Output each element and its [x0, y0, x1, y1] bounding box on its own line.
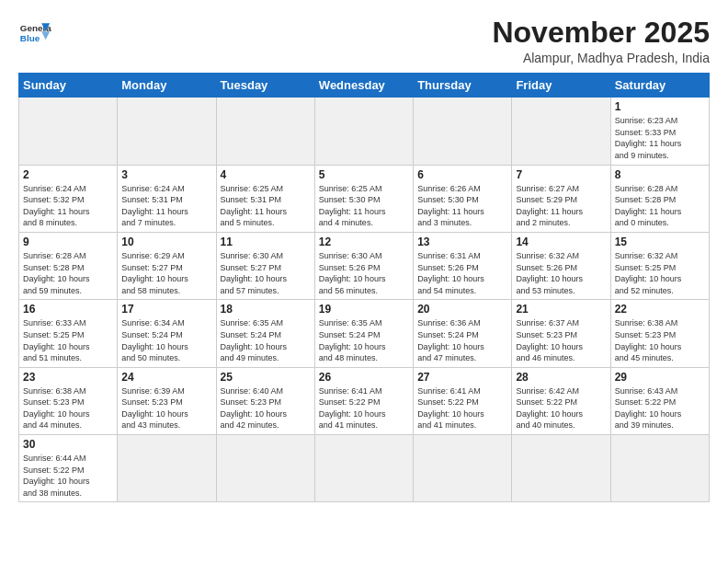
day-info: Sunrise: 6:38 AMSunset: 5:23 PMDaylight:…: [615, 317, 705, 363]
day-info: Sunrise: 6:26 AMSunset: 5:30 PMDaylight:…: [417, 183, 507, 229]
col-tuesday: Tuesday: [216, 74, 314, 98]
day-number: 16: [23, 303, 113, 316]
calendar-cell: 9Sunrise: 6:28 AMSunset: 5:28 PMDaylight…: [19, 232, 118, 299]
day-number: 14: [516, 236, 606, 248]
day-info: Sunrise: 6:35 AMSunset: 5:24 PMDaylight:…: [319, 317, 409, 363]
location: Alampur, Madhya Pradesh, India: [492, 51, 710, 65]
day-info: Sunrise: 6:37 AMSunset: 5:23 PMDaylight:…: [516, 317, 606, 363]
day-number: 12: [319, 236, 409, 248]
day-info: Sunrise: 6:41 AMSunset: 5:22 PMDaylight:…: [417, 385, 507, 431]
day-info: Sunrise: 6:34 AMSunset: 5:24 PMDaylight:…: [121, 317, 211, 363]
calendar-cell: 19Sunrise: 6:35 AMSunset: 5:24 PMDayligh…: [314, 300, 413, 367]
calendar-cell: 14Sunrise: 6:32 AMSunset: 5:26 PMDayligh…: [512, 232, 610, 299]
calendar-cell: [610, 435, 709, 502]
calendar-cell: 11Sunrise: 6:30 AMSunset: 5:27 PMDayligh…: [216, 232, 314, 299]
day-info: Sunrise: 6:30 AMSunset: 5:27 PMDaylight:…: [221, 250, 311, 296]
day-number: 15: [615, 236, 705, 248]
day-number: 4: [221, 168, 311, 181]
calendar-cell: 18Sunrise: 6:35 AMSunset: 5:24 PMDayligh…: [216, 300, 314, 367]
calendar-table: Sunday Monday Tuesday Wednesday Thursday…: [18, 73, 710, 502]
calendar-cell: [118, 98, 216, 165]
day-info: Sunrise: 6:41 AMSunset: 5:22 PMDaylight:…: [319, 385, 409, 431]
calendar-cell: [19, 98, 118, 165]
calendar-cell: 28Sunrise: 6:42 AMSunset: 5:22 PMDayligh…: [512, 367, 610, 434]
day-number: 10: [121, 236, 211, 248]
day-info: Sunrise: 6:44 AMSunset: 5:22 PMDaylight:…: [23, 453, 113, 499]
calendar-cell: [314, 435, 413, 502]
day-number: 1: [615, 100, 705, 113]
logo-icon: General Blue: [18, 17, 51, 50]
calendar-body: 1Sunrise: 6:23 AMSunset: 5:33 PMDaylight…: [19, 98, 710, 502]
calendar-cell: [216, 98, 314, 165]
day-number: 17: [121, 303, 211, 316]
day-number: 9: [23, 236, 113, 248]
day-number: 29: [615, 371, 705, 384]
title-block: November 2025 Alampur, Madhya Pradesh, I…: [492, 17, 710, 65]
day-number: 25: [221, 371, 311, 384]
day-number: 24: [121, 371, 211, 384]
calendar-cell: 1Sunrise: 6:23 AMSunset: 5:33 PMDaylight…: [610, 98, 709, 165]
day-number: 19: [319, 303, 409, 316]
day-number: 2: [23, 168, 113, 181]
calendar-cell: [314, 98, 413, 165]
calendar-cell: [216, 435, 314, 502]
svg-marker-3: [41, 31, 50, 40]
day-number: 3: [121, 168, 211, 181]
day-number: 27: [417, 371, 507, 384]
day-info: Sunrise: 6:30 AMSunset: 5:26 PMDaylight:…: [319, 250, 409, 296]
calendar-cell: 5Sunrise: 6:25 AMSunset: 5:30 PMDaylight…: [314, 165, 413, 232]
day-number: 20: [417, 303, 507, 316]
col-friday: Friday: [512, 74, 610, 98]
col-wednesday: Wednesday: [314, 74, 413, 98]
day-info: Sunrise: 6:28 AMSunset: 5:28 PMDaylight:…: [615, 183, 705, 229]
calendar-cell: [512, 435, 610, 502]
day-info: Sunrise: 6:39 AMSunset: 5:23 PMDaylight:…: [121, 385, 211, 431]
day-info: Sunrise: 6:40 AMSunset: 5:23 PMDaylight:…: [221, 385, 311, 431]
month-title: November 2025: [492, 17, 710, 49]
day-number: 30: [23, 438, 113, 451]
day-info: Sunrise: 6:27 AMSunset: 5:29 PMDaylight:…: [516, 183, 606, 229]
day-number: 23: [23, 371, 113, 384]
day-number: 11: [221, 236, 311, 248]
svg-text:Blue: Blue: [20, 33, 40, 43]
calendar-cell: [512, 98, 610, 165]
day-info: Sunrise: 6:43 AMSunset: 5:22 PMDaylight:…: [615, 385, 705, 431]
day-info: Sunrise: 6:25 AMSunset: 5:31 PMDaylight:…: [221, 183, 311, 229]
calendar-cell: 30Sunrise: 6:44 AMSunset: 5:22 PMDayligh…: [19, 435, 118, 502]
calendar-cell: 15Sunrise: 6:32 AMSunset: 5:25 PMDayligh…: [610, 232, 709, 299]
day-info: Sunrise: 6:28 AMSunset: 5:28 PMDaylight:…: [23, 250, 113, 296]
calendar-cell: 8Sunrise: 6:28 AMSunset: 5:28 PMDaylight…: [610, 165, 709, 232]
day-number: 21: [516, 303, 606, 316]
calendar-header: Sunday Monday Tuesday Wednesday Thursday…: [19, 74, 710, 98]
page: General Blue November 2025 Alampur, Madh…: [0, 0, 728, 511]
calendar-cell: 6Sunrise: 6:26 AMSunset: 5:30 PMDaylight…: [414, 165, 512, 232]
col-saturday: Saturday: [610, 74, 709, 98]
day-info: Sunrise: 6:29 AMSunset: 5:27 PMDaylight:…: [121, 250, 211, 296]
day-info: Sunrise: 6:42 AMSunset: 5:22 PMDaylight:…: [516, 385, 606, 431]
calendar-cell: [414, 435, 512, 502]
day-number: 7: [516, 168, 606, 181]
calendar-cell: 20Sunrise: 6:36 AMSunset: 5:24 PMDayligh…: [414, 300, 512, 367]
day-info: Sunrise: 6:38 AMSunset: 5:23 PMDaylight:…: [23, 385, 113, 431]
calendar-cell: 2Sunrise: 6:24 AMSunset: 5:32 PMDaylight…: [19, 165, 118, 232]
day-number: 5: [319, 168, 409, 181]
day-number: 28: [516, 371, 606, 384]
day-number: 6: [417, 168, 507, 181]
day-number: 18: [221, 303, 311, 316]
calendar-cell: 21Sunrise: 6:37 AMSunset: 5:23 PMDayligh…: [512, 300, 610, 367]
weekday-row: Sunday Monday Tuesday Wednesday Thursday…: [19, 74, 710, 98]
day-number: 8: [615, 168, 705, 181]
logo: General Blue: [18, 17, 51, 50]
calendar-cell: 17Sunrise: 6:34 AMSunset: 5:24 PMDayligh…: [118, 300, 216, 367]
calendar-cell: 23Sunrise: 6:38 AMSunset: 5:23 PMDayligh…: [19, 367, 118, 434]
col-sunday: Sunday: [19, 74, 118, 98]
day-number: 22: [615, 303, 705, 316]
day-info: Sunrise: 6:33 AMSunset: 5:25 PMDaylight:…: [23, 317, 113, 363]
calendar-cell: 26Sunrise: 6:41 AMSunset: 5:22 PMDayligh…: [314, 367, 413, 434]
calendar-cell: 29Sunrise: 6:43 AMSunset: 5:22 PMDayligh…: [610, 367, 709, 434]
calendar-cell: 3Sunrise: 6:24 AMSunset: 5:31 PMDaylight…: [118, 165, 216, 232]
calendar-cell: 10Sunrise: 6:29 AMSunset: 5:27 PMDayligh…: [118, 232, 216, 299]
day-info: Sunrise: 6:23 AMSunset: 5:33 PMDaylight:…: [615, 115, 705, 161]
calendar-cell: 27Sunrise: 6:41 AMSunset: 5:22 PMDayligh…: [414, 367, 512, 434]
calendar-cell: 22Sunrise: 6:38 AMSunset: 5:23 PMDayligh…: [610, 300, 709, 367]
